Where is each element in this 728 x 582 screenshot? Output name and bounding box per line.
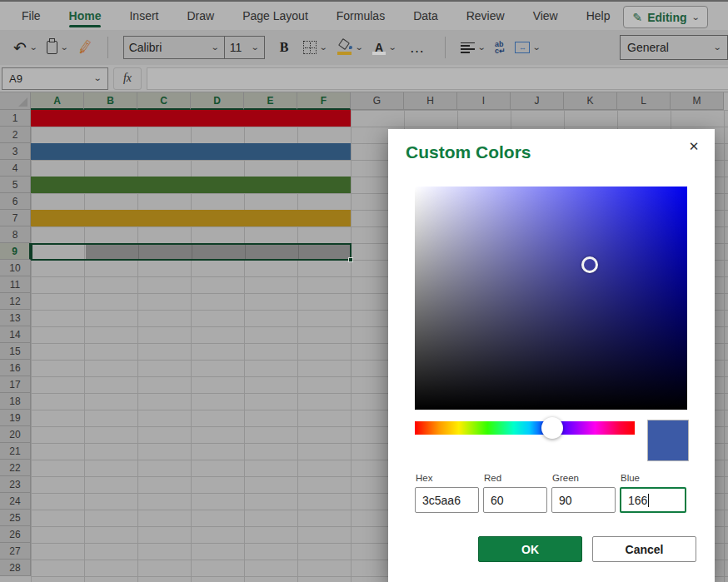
chevron-down-icon[interactable]: ⌄ <box>29 43 38 52</box>
row-header-24[interactable]: 24 <box>0 493 31 510</box>
chevron-down-icon[interactable]: ⌄ <box>319 43 328 52</box>
font-size-select[interactable]: 11 ⌄ <box>225 36 265 59</box>
red-input[interactable]: 60 <box>483 487 547 513</box>
cancel-button[interactable]: Cancel <box>592 536 696 562</box>
filled-row-1[interactable] <box>31 110 351 127</box>
row-header-18[interactable]: 18 <box>0 393 31 410</box>
chevron-down-icon: ⌄ <box>92 74 102 82</box>
column-header-A[interactable]: A <box>31 92 84 110</box>
editing-mode-button[interactable]: ✎ Editing ⌄ <box>623 6 708 28</box>
ribbon-tab-file[interactable]: File <box>22 2 41 30</box>
insert-function-button[interactable]: fx <box>113 67 142 90</box>
row-header-22[interactable]: 22 <box>0 460 31 476</box>
row-header-8[interactable]: 8 <box>0 226 31 243</box>
more-options-button[interactable]: … <box>410 40 426 55</box>
undo-button[interactable]: ↶ ⌄ <box>13 40 37 56</box>
toolbar-divider <box>445 37 446 58</box>
row-header-2[interactable]: 2 <box>0 127 31 143</box>
row-header-25[interactable]: 25 <box>0 510 31 526</box>
chevron-down-icon[interactable]: ⌄ <box>355 43 364 52</box>
ribbon-tab-page-layout[interactable]: Page Layout <box>242 2 308 30</box>
paste-button[interactable]: ⌄ <box>47 41 67 54</box>
filled-row-5[interactable] <box>31 177 351 193</box>
row-header-17[interactable]: 17 <box>0 376 31 393</box>
column-header-E[interactable]: E <box>244 92 297 110</box>
font-name-select[interactable]: Calibri ⌄ <box>123 36 225 59</box>
fill-handle[interactable] <box>348 257 353 262</box>
chevron-down-icon[interactable]: ⌄ <box>60 43 69 52</box>
row-header-6[interactable]: 6 <box>0 193 31 210</box>
ribbon-tab-home[interactable]: Home <box>69 2 102 30</box>
row-header-4[interactable]: 4 <box>0 160 31 177</box>
ribbon-tab-insert[interactable]: Insert <box>129 2 158 30</box>
hue-slider-thumb[interactable] <box>541 417 563 439</box>
row-header-5[interactable]: 5 <box>0 177 31 193</box>
filled-row-3[interactable] <box>31 143 351 160</box>
column-header-F[interactable]: F <box>297 92 351 110</box>
fill-color-button[interactable]: ⌄ <box>337 40 362 55</box>
row-header-10[interactable]: 10 <box>0 260 31 276</box>
row-header-11[interactable]: 11 <box>0 276 31 293</box>
column-header-L[interactable]: L <box>617 92 671 110</box>
format-painter-icon[interactable]: 🖉 <box>77 38 93 57</box>
ribbon-tab-help[interactable]: Help <box>586 2 611 30</box>
column-header-J[interactable]: J <box>511 92 564 110</box>
row-header-27[interactable]: 27 <box>0 543 31 560</box>
column-header-M[interactable]: M <box>671 92 724 110</box>
hex-input[interactable]: 3c5aa6 <box>415 487 479 513</box>
formula-bar: A9 ⌄ fx <box>0 65 728 92</box>
column-header-G[interactable]: G <box>351 92 404 110</box>
borders-button[interactable]: ⌄ <box>303 41 327 54</box>
row-header-16[interactable]: 16 <box>0 360 31 376</box>
color-picker-thumb[interactable] <box>581 256 598 273</box>
bold-button[interactable]: B <box>280 40 289 55</box>
ribbon-tab-draw[interactable]: Draw <box>187 2 214 30</box>
row-header-28[interactable]: 28 <box>0 560 31 576</box>
column-header-D[interactable]: D <box>191 92 244 110</box>
column-header-B[interactable]: B <box>84 92 137 110</box>
select-all-corner[interactable] <box>0 92 31 110</box>
ribbon-toolbar: ↶ ⌄ ⌄ 🖉 Calibri ⌄ 11 ⌄ B ⌄ <box>0 30 728 65</box>
row-header-3[interactable]: 3 <box>0 143 31 160</box>
saturation-value-picker[interactable] <box>415 187 687 410</box>
row-header-14[interactable]: 14 <box>0 326 31 343</box>
column-header-I[interactable]: I <box>457 92 511 110</box>
selection-range-A9-F9[interactable] <box>31 243 352 261</box>
name-box[interactable]: A9 ⌄ <box>2 67 108 90</box>
chevron-down-icon[interactable]: ⌄ <box>532 43 541 52</box>
hue-slider[interactable] <box>415 421 635 435</box>
row-header-12[interactable]: 12 <box>0 293 31 310</box>
ok-button[interactable]: OK <box>478 536 582 562</box>
row-header-13[interactable]: 13 <box>0 310 31 326</box>
row-header-7[interactable]: 7 <box>0 210 31 226</box>
green-input[interactable]: 90 <box>551 487 616 513</box>
number-format-select[interactable]: General ⌄ <box>620 35 728 60</box>
column-header-H[interactable]: H <box>404 92 457 110</box>
active-cell-reference: A9 <box>9 72 22 85</box>
ribbon-tab-review[interactable]: Review <box>466 2 505 30</box>
chevron-down-icon[interactable]: ⌄ <box>388 43 397 52</box>
close-icon[interactable]: ✕ <box>683 136 705 157</box>
column-header-K[interactable]: K <box>564 92 617 110</box>
blue-input[interactable]: 166 <box>620 487 686 513</box>
ribbon-tab-data[interactable]: Data <box>413 2 438 30</box>
alignment-button[interactable]: ⌄ <box>461 42 485 53</box>
chevron-down-icon[interactable]: ⌄ <box>476 43 486 52</box>
wrap-text-button[interactable]: ab c↵ <box>495 41 506 54</box>
row-header-23[interactable]: 23 <box>0 476 31 493</box>
row-header-20[interactable]: 20 <box>0 426 31 443</box>
row-header-21[interactable]: 21 <box>0 443 31 460</box>
row-header-19[interactable]: 19 <box>0 410 31 426</box>
column-header-C[interactable]: C <box>137 92 191 110</box>
row-header-1[interactable]: 1 <box>0 110 31 127</box>
ribbon-tab-view[interactable]: View <box>533 2 558 30</box>
merge-cells-button[interactable]: ↔ ⌄ <box>515 42 540 53</box>
row-header-26[interactable]: 26 <box>0 526 31 543</box>
font-color-button[interactable]: A ⌄ <box>372 40 396 55</box>
formula-input[interactable] <box>147 67 728 90</box>
ribbon-tab-formulas[interactable]: Formulas <box>337 2 385 30</box>
chevron-down-icon: ⌄ <box>691 13 700 22</box>
filled-row-7[interactable] <box>31 210 351 226</box>
row-header-15[interactable]: 15 <box>0 343 31 360</box>
row-header-9[interactable]: 9 <box>0 243 31 260</box>
